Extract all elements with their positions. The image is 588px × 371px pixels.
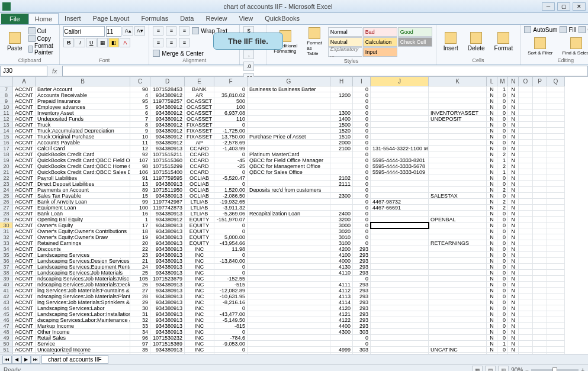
cell[interactable]: Owner's Equity:Owner's Contributions bbox=[36, 228, 130, 234]
cell[interactable]: Retained Earnings bbox=[36, 240, 130, 246]
cell[interactable]: N bbox=[508, 222, 519, 228]
cell[interactable]: 0 bbox=[214, 264, 248, 270]
cell[interactable] bbox=[371, 317, 429, 323]
col-header-O[interactable]: O bbox=[519, 77, 533, 86]
cell[interactable] bbox=[547, 329, 565, 335]
row-header[interactable]: 50 bbox=[0, 341, 13, 347]
cell[interactable] bbox=[547, 222, 565, 228]
ribbon-tab-data[interactable]: Data bbox=[174, 13, 200, 24]
cell[interactable]: 0 bbox=[353, 211, 371, 217]
cell[interactable] bbox=[547, 341, 565, 347]
minimize-button[interactable]: ─ bbox=[542, 2, 555, 11]
cell[interactable] bbox=[519, 169, 533, 175]
cell[interactable]: 36 bbox=[130, 353, 150, 354]
cell[interactable]: N bbox=[487, 305, 497, 311]
cell[interactable]: 0 bbox=[353, 92, 371, 98]
increase-decimal-button[interactable]: .0 bbox=[243, 62, 254, 71]
cell[interactable]: 0 bbox=[353, 341, 371, 347]
cell[interactable]: Discounts bbox=[36, 246, 130, 252]
cell[interactable]: 2 bbox=[497, 187, 508, 193]
cell[interactable]: 4122 bbox=[330, 317, 353, 323]
col-header-P[interactable]: P bbox=[533, 77, 547, 86]
cell[interactable] bbox=[371, 240, 429, 246]
cell[interactable]: 0 bbox=[497, 317, 508, 323]
cell[interactable]: 293 bbox=[353, 246, 371, 252]
cell[interactable]: -151,970.07 bbox=[214, 217, 248, 222]
cell[interactable] bbox=[429, 98, 487, 104]
cell[interactable] bbox=[519, 329, 533, 335]
cell[interactable]: 293 bbox=[353, 311, 371, 317]
cell[interactable]: ACCNT bbox=[13, 187, 36, 193]
cell[interactable] bbox=[547, 323, 565, 329]
row-header[interactable]: 24 bbox=[0, 187, 13, 193]
cell[interactable]: Platinum MasterCard bbox=[248, 151, 330, 157]
cell[interactable] bbox=[371, 86, 429, 92]
cell[interactable]: 5595-4444-3333-8201 bbox=[371, 157, 429, 163]
align-left-button[interactable]: ≡ bbox=[153, 38, 163, 47]
cell[interactable]: N bbox=[508, 317, 519, 323]
style-input[interactable]: Input bbox=[363, 47, 397, 57]
format-as-table-button[interactable]: Format as Table bbox=[303, 26, 325, 57]
cell[interactable]: 99 bbox=[130, 199, 150, 205]
cell[interactable] bbox=[429, 92, 487, 98]
cell[interactable]: -515 bbox=[214, 282, 248, 288]
cell[interactable] bbox=[519, 187, 533, 193]
col-header-C[interactable]: C bbox=[130, 77, 150, 86]
name-box[interactable]: J30 bbox=[0, 66, 47, 76]
row-header[interactable]: 37 bbox=[0, 264, 13, 270]
cell[interactable]: 1 bbox=[497, 169, 508, 175]
cell[interactable] bbox=[429, 323, 487, 329]
cell[interactable] bbox=[519, 323, 533, 329]
style-bad[interactable]: Bad bbox=[363, 27, 397, 37]
cell[interactable]: INC bbox=[185, 258, 214, 264]
cell[interactable]: 1,520.00 bbox=[214, 187, 248, 193]
cell[interactable]: Owner's Equity:Owner's Draw bbox=[36, 234, 130, 240]
cell[interactable]: 1197742967 bbox=[150, 199, 185, 205]
cell[interactable]: N bbox=[508, 205, 519, 211]
cell[interactable]: ACCNT bbox=[13, 270, 36, 276]
row-header[interactable]: 48 bbox=[0, 329, 13, 335]
cell[interactable]: 293 bbox=[353, 264, 371, 270]
cell[interactable] bbox=[248, 92, 330, 98]
cell[interactable]: Prepaid Insurance bbox=[36, 98, 130, 104]
zoom-in-button[interactable]: + bbox=[581, 367, 584, 371]
cell[interactable]: N bbox=[487, 217, 497, 222]
cell[interactable]: OPENBAL bbox=[429, 217, 487, 222]
cell[interactable]: N bbox=[508, 128, 519, 134]
cell[interactable]: 934380913 bbox=[150, 317, 185, 323]
cell[interactable]: 4400 bbox=[330, 323, 353, 329]
cell[interactable] bbox=[371, 193, 429, 199]
cell[interactable]: 0 bbox=[497, 104, 508, 110]
cell[interactable]: 2 bbox=[497, 163, 508, 169]
cell[interactable]: 32 bbox=[130, 317, 150, 323]
font-color-button[interactable]: A bbox=[120, 38, 130, 47]
cell[interactable] bbox=[519, 222, 533, 228]
cell[interactable]: -19,932.65 bbox=[214, 199, 248, 205]
cell[interactable]: 934380912 bbox=[150, 128, 185, 134]
cell[interactable]: 4114 bbox=[330, 299, 353, 305]
col-header-N[interactable]: N bbox=[508, 77, 519, 86]
cell[interactable] bbox=[371, 234, 429, 240]
cell[interactable] bbox=[519, 228, 533, 234]
cell[interactable]: 34 bbox=[130, 329, 150, 335]
cell[interactable] bbox=[248, 193, 330, 199]
row-header[interactable]: 43 bbox=[0, 299, 13, 305]
cell[interactable]: N bbox=[487, 323, 497, 329]
col-header-K[interactable]: K bbox=[429, 77, 487, 86]
cell[interactable]: 0 bbox=[353, 163, 371, 169]
cell[interactable]: N bbox=[487, 122, 497, 128]
cell[interactable]: Truck:Original Purchase bbox=[36, 134, 130, 140]
cell[interactable] bbox=[248, 305, 330, 311]
cell[interactable] bbox=[371, 276, 429, 282]
cell[interactable] bbox=[519, 293, 533, 299]
row-header[interactable]: 39 bbox=[0, 276, 13, 282]
cell[interactable] bbox=[519, 205, 533, 211]
cell[interactable]: N bbox=[487, 181, 497, 187]
cell[interactable] bbox=[547, 258, 565, 264]
cell[interactable]: 91 bbox=[130, 175, 150, 181]
cell[interactable]: INC bbox=[185, 293, 214, 299]
cell[interactable]: 2102 bbox=[330, 175, 353, 181]
row-header[interactable]: 34 bbox=[0, 246, 13, 252]
cell[interactable]: ACCNT bbox=[13, 128, 36, 134]
cell[interactable]: N bbox=[487, 110, 497, 116]
